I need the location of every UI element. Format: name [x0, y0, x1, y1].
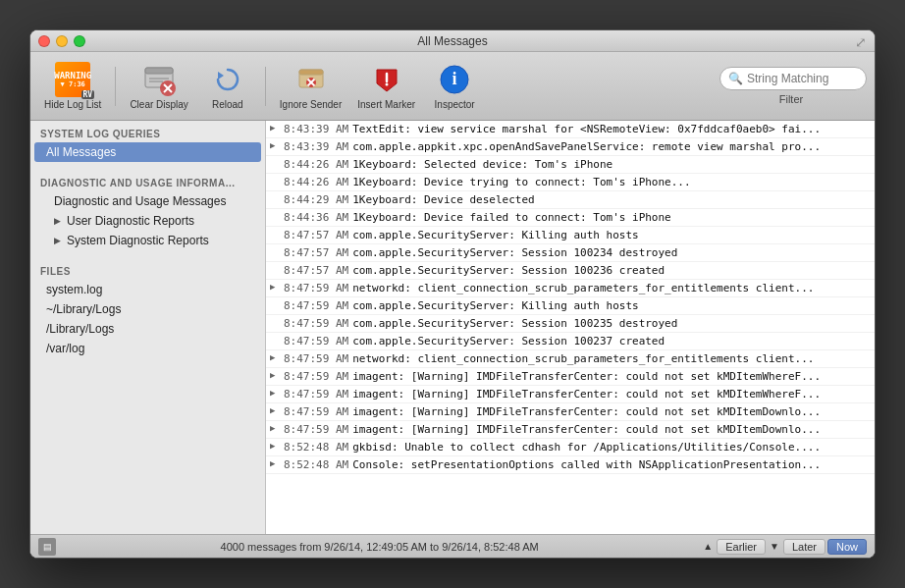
log-disclosure-icon: ▶: [270, 368, 284, 380]
sidebar-item-library-logs[interactable]: /Library/Logs: [30, 319, 265, 339]
log-row[interactable]: ▶8:47:59 AMnetworkd: client_connection_s…: [266, 280, 875, 297]
log-message-text: com.apple.SecurityServer: Killing auth h…: [352, 297, 638, 314]
system-log-label: system.log: [46, 283, 102, 296]
ignore-sender-label: Ignore Sender: [280, 99, 342, 110]
log-timestamp: 8:47:59 AM: [284, 386, 352, 402]
log-disclosure-icon: [270, 315, 284, 317]
log-message-text: 1Keyboard: Device failed to connect: Tom…: [352, 209, 671, 226]
log-message-text: 1Keyboard: Selected device: Tom's iPhone: [352, 156, 612, 173]
log-row[interactable]: 8:47:59 AMcom.apple.SecurityServer: Sess…: [266, 333, 875, 350]
svg-rect-9: [299, 70, 323, 75]
sidebar-item-library-logs-user[interactable]: ~/Library/Logs: [30, 299, 265, 319]
sidebar-item-all-messages[interactable]: All Messages: [34, 142, 261, 162]
log-disclosure-icon: ▶: [270, 439, 284, 451]
log-timestamp: 8:47:59 AM: [284, 280, 352, 296]
log-disclosure-icon: ▶: [270, 456, 284, 468]
sidebar-item-user-diagnostic[interactable]: ▶ User Diagnostic Reports: [30, 211, 265, 231]
log-message-text: com.apple.SecurityServer: Session 100237…: [352, 333, 665, 349]
log-timestamp: 8:52:48 AM: [284, 456, 352, 473]
log-disclosure-icon: ▶: [270, 403, 284, 415]
hide-log-list-button[interactable]: WARNING ▼ 7:36 RV Hide Log List: [38, 57, 107, 116]
earlier-button[interactable]: Earlier: [717, 539, 766, 555]
now-button[interactable]: Now: [827, 539, 867, 555]
log-timestamp: 8:44:26 AM: [284, 174, 352, 190]
log-disclosure-icon: [270, 227, 284, 229]
reload-icon: [210, 62, 245, 97]
log-disclosure-icon: [270, 191, 284, 193]
library-logs-user-label: ~/Library/Logs: [46, 302, 121, 316]
library-logs-label: /Library/Logs: [46, 322, 114, 336]
close-button[interactable]: [38, 35, 50, 47]
clear-display-button[interactable]: Clear Display: [124, 57, 193, 116]
toolbar-sep-2: [265, 67, 266, 106]
titlebar: All Messages ⤢: [30, 30, 875, 52]
sidebar-item-var-log[interactable]: /var/log: [30, 339, 265, 358]
hide-log-list-label: Hide Log List: [44, 99, 101, 110]
log-row[interactable]: 8:47:59 AMcom.apple.SecurityServer: Sess…: [266, 315, 875, 333]
log-row[interactable]: 8:47:57 AMcom.apple.SecurityServer: Kill…: [266, 227, 875, 244]
log-disclosure-icon: ▶: [270, 138, 284, 150]
ignore-sender-icon: [293, 62, 329, 97]
log-row[interactable]: ▶8:47:59 AMimagent: [Warning] IMDFileTra…: [266, 368, 875, 386]
sidebar: SYSTEM LOG QUERIES All Messages DIAGNOST…: [30, 121, 266, 534]
log-row[interactable]: ▶8:47:59 AMnetworkd: client_connection_s…: [266, 350, 875, 368]
search-icon: 🔍: [728, 72, 743, 85]
ignore-sender-button[interactable]: Ignore Sender: [274, 57, 347, 116]
log-disclosure-icon: ▶: [270, 280, 284, 292]
log-message-text: networkd: client_connection_scrub_parame…: [352, 280, 814, 296]
log-row[interactable]: 8:47:57 AMcom.apple.SecurityServer: Sess…: [266, 262, 875, 280]
maximize-button[interactable]: [74, 35, 85, 47]
log-row[interactable]: 8:44:36 AM1Keyboard: Device failed to co…: [266, 209, 875, 227]
search-area: 🔍 Filter: [719, 67, 867, 105]
log-timestamp: 8:47:59 AM: [284, 421, 352, 438]
reload-button[interactable]: Reload: [198, 57, 257, 116]
log-row[interactable]: 8:47:57 AMcom.apple.SecurityServer: Sess…: [266, 244, 875, 262]
log-row[interactable]: ▶8:47:59 AMimagent: [Warning] IMDFileTra…: [266, 403, 875, 421]
search-box[interactable]: 🔍: [719, 67, 867, 90]
log-row[interactable]: ▶8:47:59 AMimagent: [Warning] IMDFileTra…: [266, 386, 875, 403]
log-disclosure-icon: [270, 297, 284, 299]
diagnostic-messages-label: Diagnostic and Usage Messages: [54, 194, 226, 208]
svg-text:i: i: [452, 69, 457, 88]
log-row[interactable]: 8:44:26 AM1Keyboard: Device trying to co…: [266, 174, 875, 191]
insert-marker-button[interactable]: Insert Marker: [351, 57, 421, 116]
log-timestamp: 8:47:59 AM: [284, 315, 352, 332]
sidebar-item-system-diagnostic[interactable]: ▶ System Diagnostic Reports: [30, 231, 265, 250]
later-button[interactable]: Later: [783, 539, 825, 555]
expand-icon[interactable]: ⤢: [855, 34, 867, 50]
log-row[interactable]: ▶8:52:48 AMgkbisd: Unable to collect cdh…: [266, 439, 875, 456]
svg-marker-7: [218, 72, 224, 80]
log-row[interactable]: ▶8:43:39 AMcom.apple.appkit.xpc.openAndS…: [266, 138, 875, 156]
log-area[interactable]: ▶8:43:39 AMTextEdit: view service marsha…: [266, 121, 875, 534]
log-row[interactable]: ▶8:43:39 AMTextEdit: view service marsha…: [266, 121, 875, 138]
var-log-label: /var/log: [46, 342, 84, 355]
inspector-button[interactable]: i Inspector: [425, 57, 484, 116]
log-row[interactable]: ▶8:47:59 AMimagent: [Warning] IMDFileTra…: [266, 421, 875, 439]
log-timestamp: 8:43:39 AM: [284, 121, 352, 137]
log-row[interactable]: ▶8:52:48 AMConsole: setPresentationOptio…: [266, 456, 875, 474]
status-nav: ▲ Earlier ▼ Later Now: [703, 539, 867, 555]
svg-rect-1: [145, 68, 173, 74]
sidebar-item-system-log[interactable]: system.log: [30, 280, 265, 299]
log-message-text: imagent: [Warning] IMDFileTransferCenter…: [352, 386, 821, 402]
log-disclosure-icon: [270, 244, 284, 246]
reload-label: Reload: [212, 99, 243, 110]
log-message-text: com.apple.SecurityServer: Session 100235…: [352, 315, 677, 332]
all-messages-label: All Messages: [46, 145, 116, 159]
clear-display-label: Clear Display: [130, 99, 187, 110]
log-row[interactable]: 8:47:59 AMcom.apple.SecurityServer: Kill…: [266, 297, 875, 315]
log-disclosure-icon: [270, 156, 284, 158]
system-diagnostic-disclosure: ▶: [54, 236, 61, 245]
log-timestamp: 8:47:59 AM: [284, 333, 352, 349]
toolbar-sep-1: [115, 67, 116, 106]
search-input[interactable]: [747, 72, 855, 85]
log-timestamp: 8:52:48 AM: [284, 439, 352, 455]
insert-marker-icon: [369, 62, 404, 97]
sidebar-item-diagnostic-messages[interactable]: Diagnostic and Usage Messages: [30, 191, 265, 211]
log-row[interactable]: 8:44:26 AM1Keyboard: Selected device: To…: [266, 156, 875, 174]
log-timestamp: 8:47:57 AM: [284, 244, 352, 261]
log-disclosure-icon: ▶: [270, 386, 284, 398]
minimize-button[interactable]: [56, 35, 68, 47]
log-row[interactable]: 8:44:29 AM1Keyboard: Device deselected: [266, 191, 875, 209]
log-timestamp: 8:47:57 AM: [284, 262, 352, 279]
